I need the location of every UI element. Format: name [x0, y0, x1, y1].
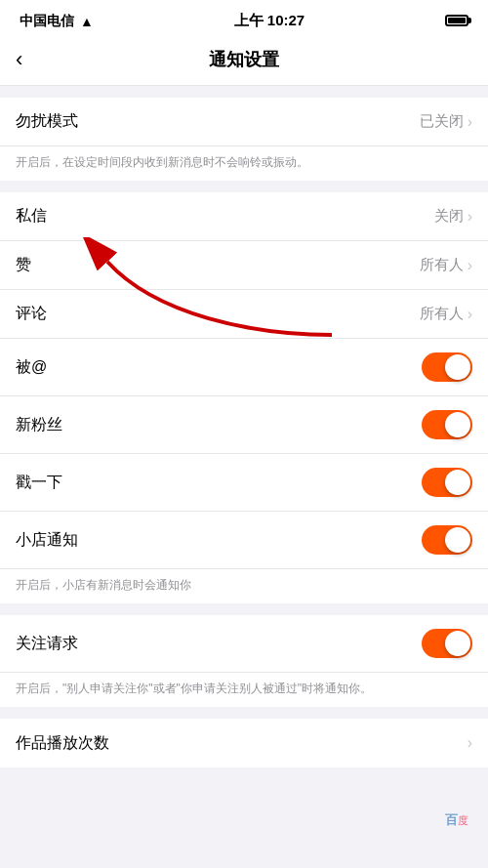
- page-title: 通知设置: [209, 48, 279, 71]
- section-plays: 作品播放次数 ›: [0, 719, 488, 767]
- row-dnd[interactable]: 勿扰模式 已关闭 ›: [0, 98, 488, 146]
- status-time: 上午 10:27: [234, 12, 305, 30]
- section-follow: 关注请求 开启后，"别人申请关注你"或者"你申请关注别人被通过"时将通知你。: [0, 615, 488, 707]
- row-play-count[interactable]: 作品播放次数 ›: [0, 719, 488, 767]
- section-notifications: 私信 关闭 › 赞 所有人 › 评论 所有人 › 被@: [0, 192, 488, 603]
- row-shop-notify[interactable]: 小店通知: [0, 512, 488, 569]
- private-message-label: 私信: [16, 206, 47, 227]
- back-button[interactable]: ‹: [16, 47, 22, 72]
- status-right: [445, 14, 468, 29]
- row-private-message[interactable]: 私信 关闭 ›: [0, 192, 488, 241]
- row-mention[interactable]: 被@: [0, 339, 488, 396]
- poke-label: 戳一下: [16, 473, 62, 493]
- chevron-icon-play: ›: [468, 734, 472, 752]
- nav-bar: ‹ 通知设置: [0, 38, 488, 86]
- like-right: 所有人 ›: [420, 256, 472, 274]
- new-fans-label: 新粉丝: [16, 415, 62, 435]
- toggle-knob: [445, 354, 470, 380]
- mention-toggle[interactable]: [422, 352, 472, 382]
- follow-hint: 开启后，"别人申请关注你"或者"你申请关注别人被通过"时将通知你。: [0, 673, 488, 707]
- chevron-icon-pm: ›: [468, 208, 472, 226]
- battery-icon: [445, 14, 468, 29]
- watermark: 百度: [445, 811, 468, 829]
- carrier-text: 中国电信: [20, 13, 74, 30]
- toggle-knob-follow: [445, 631, 470, 656]
- play-count-label: 作品播放次数: [16, 733, 109, 754]
- toggle-knob-poke: [445, 470, 470, 495]
- follow-request-label: 关注请求: [16, 634, 78, 654]
- like-value: 所有人: [420, 256, 464, 274]
- row-like[interactable]: 赞 所有人 ›: [0, 241, 488, 290]
- poke-toggle[interactable]: [422, 468, 472, 497]
- shop-hint: 开启后，小店有新消息时会通知你: [0, 569, 488, 603]
- follow-request-toggle[interactable]: [422, 629, 472, 658]
- new-fans-toggle[interactable]: [422, 410, 472, 439]
- dnd-value: 已关闭: [420, 112, 464, 131]
- comment-label: 评论: [16, 304, 47, 324]
- chevron-icon-comment: ›: [468, 306, 472, 323]
- private-message-value: 关闭: [434, 207, 464, 226]
- mention-label: 被@: [16, 357, 47, 378]
- status-left: 中国电信 ▲: [20, 13, 94, 30]
- dnd-right: 已关闭 ›: [420, 112, 472, 131]
- chevron-icon-like: ›: [468, 257, 472, 274]
- gap-1: [0, 181, 488, 192]
- play-count-right: ›: [468, 734, 472, 752]
- signal-icon: ▲: [80, 14, 94, 29]
- dnd-hint: 开启后，在设定时间段内收到新消息时不会响铃或振动。: [0, 146, 488, 181]
- chevron-icon: ›: [468, 113, 472, 131]
- row-follow-request[interactable]: 关注请求: [0, 615, 488, 673]
- comment-value: 所有人: [420, 305, 464, 323]
- private-message-right: 关闭 ›: [434, 207, 472, 226]
- toggle-knob-fans: [445, 412, 470, 437]
- status-bar: 中国电信 ▲ 上午 10:27: [0, 0, 488, 38]
- content: 勿扰模式 已关闭 › 开启后，在设定时间段内收到新消息时不会响铃或振动。 私信 …: [0, 86, 488, 767]
- section-dnd: 勿扰模式 已关闭 › 开启后，在设定时间段内收到新消息时不会响铃或振动。: [0, 98, 488, 181]
- row-poke[interactable]: 戳一下: [0, 454, 488, 512]
- dnd-label: 勿扰模式: [16, 111, 78, 132]
- comment-right: 所有人 ›: [420, 305, 472, 323]
- shop-notify-toggle[interactable]: [422, 525, 472, 555]
- shop-notify-label: 小店通知: [16, 530, 78, 551]
- gap-3: [0, 707, 488, 719]
- row-new-fans[interactable]: 新粉丝: [0, 396, 488, 454]
- gap-2: [0, 603, 488, 615]
- row-comment[interactable]: 评论 所有人 ›: [0, 290, 488, 339]
- toggle-knob-shop: [445, 527, 470, 553]
- like-label: 赞: [16, 255, 31, 275]
